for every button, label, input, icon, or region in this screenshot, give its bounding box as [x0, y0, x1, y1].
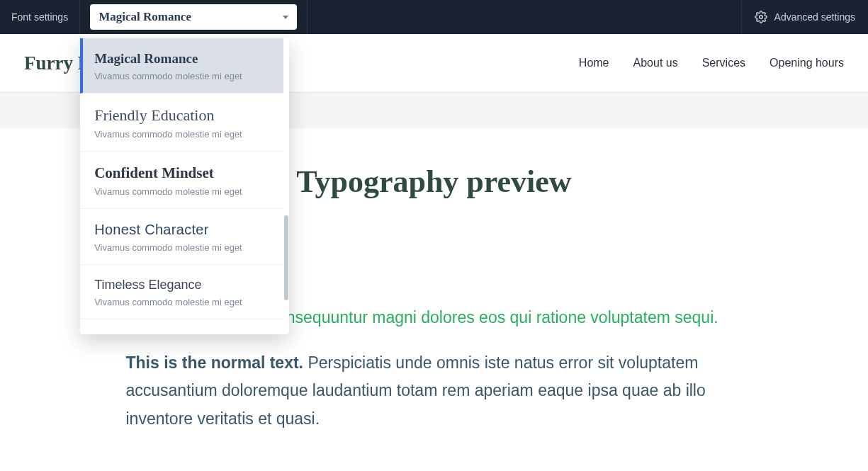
- scrollbar[interactable]: [283, 38, 289, 334]
- font-select[interactable]: Magical Romance: [90, 4, 297, 30]
- scrollbar-thumb[interactable]: [284, 215, 288, 300]
- font-dropdown: Magical Romance Vivamus commodo molestie…: [80, 38, 289, 334]
- font-option-timeless-elegance[interactable]: Timeless Elegance Vivamus commodo molest…: [80, 265, 283, 319]
- nav-home[interactable]: Home: [579, 57, 609, 69]
- font-select-container: Magical Romance Magical Romance Vivamus …: [80, 0, 308, 34]
- font-option-magical-romance[interactable]: Magical Romance Vivamus commodo molestie…: [80, 38, 283, 93]
- advanced-settings-button[interactable]: Advanced settings: [741, 0, 868, 34]
- font-option-honest-character[interactable]: Honest Character Vivamus commodo molesti…: [80, 209, 283, 265]
- nav-hours[interactable]: Opening hours: [770, 57, 844, 69]
- font-dropdown-list[interactable]: Magical Romance Vivamus commodo molestie…: [80, 38, 283, 334]
- preview-body-strong: This is the normal text.: [126, 353, 304, 372]
- chevron-down-icon: [283, 16, 288, 19]
- font-select-value: Magical Romance: [98, 10, 191, 24]
- nav-services[interactable]: Services: [702, 57, 745, 69]
- topbar: Font settings Magical Romance Magical Ro…: [0, 0, 868, 34]
- font-settings-label: Font settings: [0, 0, 80, 34]
- preview-body: This is the normal text. Perspiciatis un…: [126, 349, 743, 432]
- svg-point-0: [759, 16, 762, 19]
- site-nav: Home About us Services Opening hours: [579, 57, 844, 69]
- gear-icon: [755, 11, 767, 23]
- font-option-valuable-work[interactable]: Valuable Work: [80, 319, 283, 334]
- advanced-settings-label: Advanced settings: [774, 11, 855, 23]
- nav-about[interactable]: About us: [633, 57, 678, 69]
- font-option-confident-mindset[interactable]: Confident Mindset Vivamus commodo molest…: [80, 152, 283, 209]
- font-option-friendly-education[interactable]: Friendly Education Vivamus commodo moles…: [80, 93, 283, 152]
